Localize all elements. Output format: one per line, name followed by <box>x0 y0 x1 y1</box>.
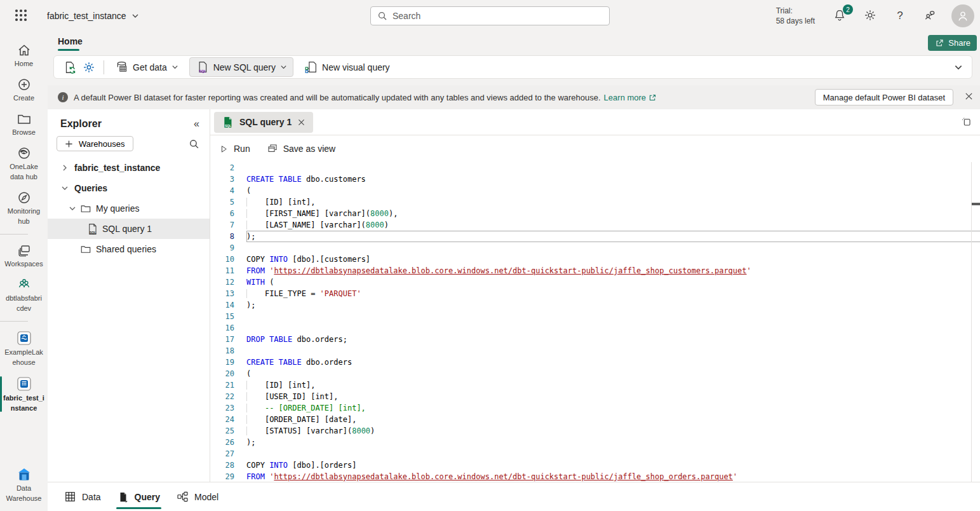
code-line-3[interactable]: 3CREATE TABLE dbo.customers <box>210 174 980 185</box>
settings-button[interactable] <box>863 8 878 24</box>
code-line-15[interactable]: 15 <box>210 311 980 322</box>
help-button[interactable]: ? <box>892 8 908 24</box>
global-search[interactable] <box>370 6 610 25</box>
line-number: 17 <box>210 334 236 345</box>
refresh-dataset-button[interactable] <box>60 58 79 76</box>
tree-item-my-queries[interactable]: My queries <box>48 198 210 219</box>
query-doc-icon <box>117 491 129 503</box>
code-text: ); <box>246 299 980 311</box>
new-visual-query-button[interactable]: New visual query <box>299 58 396 76</box>
code-line-18[interactable]: 18 <box>210 345 980 357</box>
notifications-button[interactable]: 2 <box>833 8 848 24</box>
rail-item-label: OneLake <box>10 163 38 171</box>
tab-home[interactable]: Home <box>53 34 88 49</box>
code-line-13[interactable]: 13 FILE_TYPE = 'PARQUET' <box>210 288 980 299</box>
feedback-icon[interactable] <box>923 8 938 24</box>
query-editor-area: SQL SQL query 1 Run Save as view 23CREAT… <box>210 109 980 482</box>
code-line-29[interactable]: 29FROM 'https://dbtlabsynapsedatalake.bl… <box>210 471 980 482</box>
query-tab-sql-query-1[interactable]: SQL SQL query 1 <box>214 112 313 133</box>
code-line-26[interactable]: 26); <box>210 437 980 448</box>
rail-item-browse[interactable]: Browse <box>0 107 48 141</box>
settings-gear-icon[interactable] <box>79 58 98 76</box>
code-line-20[interactable]: 20( <box>210 368 980 379</box>
tree-item-sql-query-1[interactable]: SQLSQL query 1 <box>48 219 210 239</box>
learn-more-link[interactable]: Learn more <box>604 93 657 102</box>
rail-item-fabric-test-instance[interactable]: fabric_test_instance <box>0 371 48 417</box>
ribbon-toolbar: Get data SQL New SQL query New visual qu… <box>53 55 972 79</box>
view-tab-data[interactable]: Data <box>62 486 104 508</box>
collapse-explorer-button[interactable]: « <box>194 118 199 130</box>
rail-item-onelake-data-hub[interactable]: OneLakedata hub <box>0 141 48 186</box>
code-line-24[interactable]: 24 [ORDER_DATE] [date], <box>210 414 980 425</box>
database-icon <box>115 60 128 74</box>
search-input[interactable] <box>393 11 603 21</box>
top-header: fabric_test_instance Trial: 58 days left… <box>0 0 980 32</box>
rail-item-label: Home <box>15 60 33 68</box>
code-line-11[interactable]: 11FROM 'https://dbtlabsynapsedatalake.bl… <box>210 265 980 276</box>
code-line-10[interactable]: 10COPY INTO [dbo].[customers] <box>210 254 980 265</box>
code-line-9[interactable]: 9 <box>210 242 980 254</box>
chevron-down-icon[interactable] <box>67 205 78 212</box>
avatar[interactable] <box>951 4 974 27</box>
tree-item-label: fabric_test_instance <box>74 163 160 173</box>
code-line-22[interactable]: 22 [USER_ID] [int], <box>210 391 980 402</box>
sql-file-icon: SQL <box>222 116 234 128</box>
share-button[interactable]: Share <box>928 35 977 51</box>
rail-item-examplelakehouse[interactable]: ExampleLakehouse <box>0 325 48 371</box>
explorer-panel: Explorer « Warehouses fabric_test_instan… <box>48 109 210 482</box>
close-tab-icon[interactable] <box>297 118 305 126</box>
chevron-down-icon[interactable] <box>59 184 70 192</box>
tab-list-icon[interactable] <box>960 116 972 128</box>
code-line-2[interactable]: 2 <box>210 162 980 174</box>
code-line-6[interactable]: 6 [FIRST_NAME] [varchar](8000), <box>210 208 980 219</box>
code-line-19[interactable]: 19CREATE TABLE dbo.orders <box>210 357 980 368</box>
workspace-switcher[interactable]: fabric_test_instance <box>47 11 139 21</box>
rail-item-label: Create <box>13 94 34 102</box>
explorer-search-icon[interactable] <box>189 139 199 149</box>
tree-item-fabric-test-instance[interactable]: fabric_test_instance <box>48 158 210 178</box>
get-data-button[interactable]: Get data <box>109 58 184 76</box>
code-line-16[interactable]: 16 <box>210 322 980 334</box>
code-line-25[interactable]: 25 [STATUS] [varchar](8000) <box>210 425 980 437</box>
code-line-12[interactable]: 12WITH ( <box>210 276 980 288</box>
banner-close-icon[interactable] <box>964 92 974 101</box>
add-warehouses-button[interactable]: Warehouses <box>57 136 133 151</box>
svg-text:SQL: SQL <box>89 231 96 235</box>
collapse-ribbon-chevron[interactable] <box>954 63 963 72</box>
chevron-down-icon <box>171 64 178 71</box>
rail-item-dbtlabsfabricdev[interactable]: dbtlabsfabricdev <box>0 273 48 317</box>
code-line-14[interactable]: 14); <box>210 299 980 311</box>
code-line-4[interactable]: 4( <box>210 185 980 196</box>
line-number: 9 <box>210 242 236 254</box>
code-line-27[interactable]: 27 <box>210 448 980 460</box>
app-launcher-icon[interactable] <box>15 10 28 22</box>
model-icon <box>177 491 189 503</box>
rail-item-home[interactable]: Home <box>0 38 48 72</box>
chevron-right-icon[interactable] <box>59 164 70 172</box>
code-line-17[interactable]: 17DROP TABLE dbo.orders; <box>210 334 980 345</box>
tree-item-shared-queries[interactable]: Shared queries <box>48 239 210 259</box>
editor-scrollbar-track[interactable] <box>971 162 972 482</box>
new-sql-query-button[interactable]: SQL New SQL query <box>189 57 293 77</box>
tree-item-queries[interactable]: Queries <box>48 178 210 198</box>
run-button[interactable]: Run <box>219 144 250 154</box>
code-line-8[interactable]: 8); <box>210 231 980 242</box>
code-text: CREATE TABLE dbo.orders <box>246 357 980 368</box>
rail-item-data-warehouse[interactable]: DataWarehouse <box>0 461 48 507</box>
code-line-21[interactable]: 21 [ID] [int], <box>210 379 980 391</box>
code-line-23[interactable]: 23 -- [ORDER_DATE] [int], <box>210 402 980 414</box>
sql-code-editor[interactable]: 23CREATE TABLE dbo.customers4(5 [ID] [in… <box>210 162 980 482</box>
view-tab-query[interactable]: Query <box>115 486 163 508</box>
workspace-people-icon <box>17 277 32 292</box>
rail-item-create[interactable]: Create <box>0 72 48 107</box>
manage-default-dataset-button[interactable]: Manage default Power BI dataset <box>815 89 953 106</box>
code-line-28[interactable]: 28COPY INTO [dbo].[orders] <box>210 460 980 471</box>
code-line-5[interactable]: 5 [ID] [int], <box>210 196 980 208</box>
save-as-view-button[interactable]: Save as view <box>267 143 335 154</box>
rail-item-workspaces[interactable]: Workspaces <box>0 238 48 273</box>
rail-item-monitoring-hub[interactable]: Monitoringhub <box>0 186 48 230</box>
code-line-7[interactable]: 7 [LAST_NAME] [varchar](8000) <box>210 219 980 231</box>
home-icon <box>17 43 32 58</box>
line-number: 23 <box>210 402 236 414</box>
view-tab-model[interactable]: Model <box>174 486 221 508</box>
